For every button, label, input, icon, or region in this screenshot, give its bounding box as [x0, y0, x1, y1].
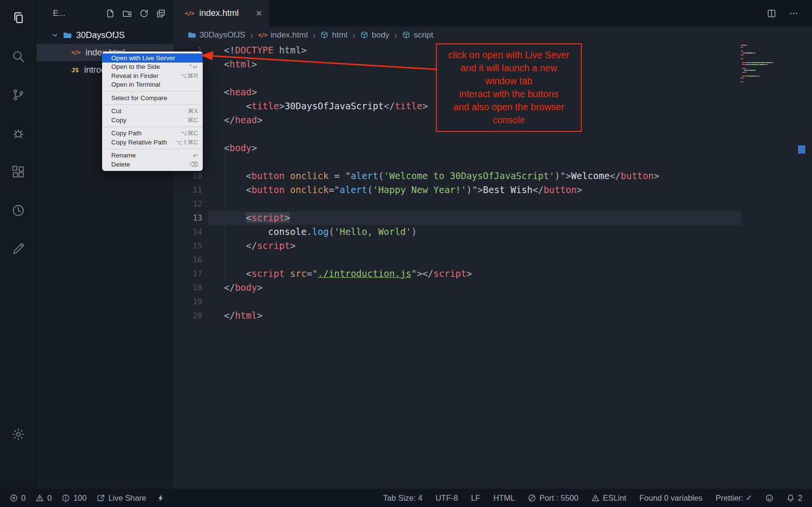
code-line-13[interactable]: 13 <script>: [173, 211, 812, 225]
split-icon: [767, 9, 776, 18]
line-content: [202, 253, 224, 267]
code-line-9[interactable]: 9: [173, 155, 812, 169]
overview-ruler-marker: [798, 145, 805, 154]
status-live-server-port[interactable]: Port : 5500: [528, 494, 578, 503]
live-share-icon: [97, 494, 105, 502]
more-actions-icon[interactable]: [789, 9, 799, 18]
annotation-text-line: and also open the browser: [439, 101, 579, 114]
status-quick-action[interactable]: [157, 494, 165, 502]
code-line-19[interactable]: 19: [173, 295, 812, 309]
code-line-17[interactable]: 17 <script src="./introduction.js"></scr…: [173, 267, 812, 281]
line-content: console.log('Hello, World'): [202, 225, 417, 239]
html-file-icon: </>: [185, 10, 194, 17]
activity-timeline[interactable]: [7, 198, 30, 222]
folder-row-30daysofjs[interactable]: 30DaysOfJS: [37, 26, 173, 44]
refresh-button[interactable]: [139, 9, 149, 18]
line-content: <button onclick="alert('Happy New Year!'…: [202, 183, 582, 197]
status-info[interactable]: 100: [62, 494, 87, 503]
cube-icon: [360, 31, 368, 39]
menu-separator: [102, 91, 203, 91]
breadcrumb-index.html[interactable]: </>index.html: [258, 30, 308, 40]
menu-item[interactable]: Select for Compare: [102, 93, 203, 103]
status-eol[interactable]: LF: [471, 494, 480, 503]
menu-item[interactable]: Rename↩: [102, 151, 203, 160]
menu-item[interactable]: Delete⌫: [102, 160, 203, 169]
line-content: [202, 197, 224, 211]
menu-item[interactable]: Reveal in Finder⌥⌘R: [102, 71, 203, 80]
warning-icon: [591, 494, 600, 502]
refresh-icon: [139, 9, 149, 18]
code-line-11[interactable]: 11 <button onclick="alert('Happy New Yea…: [173, 183, 812, 197]
line-content: [202, 155, 224, 169]
code-line-14[interactable]: 14 console.log('Hello, World'): [173, 225, 812, 239]
menu-item[interactable]: Copy⌘C: [102, 116, 203, 125]
status-feedback-smiley[interactable]: [765, 494, 773, 502]
menu-shortcut: ⌥⌘C: [181, 130, 198, 137]
line-content: <!DOCTYPE html>: [202, 43, 307, 57]
line-content: <body>: [202, 141, 257, 155]
collapse-folders-button[interactable]: [156, 9, 166, 18]
close-icon[interactable]: ×: [256, 8, 262, 19]
info-icon: [62, 494, 70, 502]
activity-source-control[interactable]: [7, 83, 30, 107]
tab-index-html[interactable]: </> index.html ×: [173, 0, 269, 26]
line-number: 13: [173, 211, 202, 225]
menu-item[interactable]: Open to the Side⌃↵: [102, 63, 203, 72]
menu-item[interactable]: Copy Relative Path⌥⇧⌘C: [102, 138, 203, 147]
annotation-text-line: console: [439, 114, 579, 127]
status-language-mode[interactable]: HTML: [493, 494, 515, 503]
code-line-15[interactable]: 15 </script>: [173, 239, 812, 253]
menu-shortcut: ↩: [193, 152, 198, 159]
activity-run-debug[interactable]: [7, 121, 30, 145]
activity-search[interactable]: [7, 44, 30, 68]
activity-explorer[interactable]: [7, 6, 30, 30]
activity-extensions[interactable]: [7, 160, 30, 184]
status-prettier[interactable]: Prettier: ✓: [716, 494, 752, 503]
minimap[interactable]: [741, 45, 790, 83]
menu-shortcut: ⌥⌘R: [181, 72, 198, 79]
code-line-8[interactable]: 8<body>: [173, 141, 812, 155]
menu-separator: [102, 104, 203, 105]
code-line-20[interactable]: 20</html>: [173, 309, 812, 323]
code-line-10[interactable]: 10 <button onclick = "alert('Welcome to …: [173, 169, 812, 183]
breadcrumb-30DaysOfJS[interactable]: 30DaysOfJS: [188, 30, 245, 40]
breadcrumb: 30DaysOfJS›</>index.html›html›body›scrip…: [173, 26, 812, 43]
status-eslint[interactable]: ESLint: [591, 494, 627, 503]
status-live-share[interactable]: Live Share: [97, 494, 146, 503]
split-editor-icon[interactable]: [767, 9, 776, 18]
menu-shortcut: ⌥⇧⌘C: [176, 139, 198, 146]
code-line-18[interactable]: 18</body>: [173, 281, 812, 295]
status-warnings[interactable]: 0: [36, 494, 52, 503]
cube-icon: [402, 31, 410, 39]
context-menu: Open with Live ServerOpen to the Side⌃↵R…: [102, 52, 203, 171]
activity-feedback[interactable]: [7, 237, 30, 261]
menu-item[interactable]: Open in Terminal: [102, 80, 203, 90]
activity-settings[interactable]: [7, 422, 30, 446]
line-content: <html>: [202, 57, 257, 71]
breadcrumb-html[interactable]: html: [320, 30, 347, 40]
line-number: 16: [173, 253, 202, 267]
smiley-icon: [765, 494, 773, 502]
status-errors[interactable]: 0: [10, 494, 26, 503]
tab-label: index.html: [199, 8, 239, 18]
status-variables[interactable]: Found 0 variables: [639, 494, 702, 503]
line-content: </head>: [202, 113, 262, 127]
new-file-button[interactable]: [105, 9, 115, 18]
menu-item[interactable]: Open with Live Server: [102, 53, 203, 63]
code-line-16[interactable]: 16: [173, 253, 812, 267]
annotation-text-line: interact with the buttons: [439, 88, 579, 101]
status-notifications[interactable]: 2: [786, 494, 802, 503]
menu-item[interactable]: Copy Path⌥⌘C: [102, 129, 203, 138]
new-folder-icon: [122, 9, 132, 18]
menu-item[interactable]: Cut⌘X: [102, 107, 203, 116]
new-folder-button[interactable]: [122, 9, 132, 18]
breadcrumb-body[interactable]: body: [360, 30, 390, 40]
breadcrumb-script[interactable]: script: [402, 30, 433, 40]
breadcrumb-separator: ›: [313, 30, 315, 40]
status-encoding[interactable]: UTF-8: [435, 494, 458, 503]
vscode-window: E... 30DaysOfJS </>index.htmlJSintroduct…: [0, 0, 812, 507]
html-file-icon: </>: [71, 49, 80, 56]
breadcrumb-separator: ›: [250, 30, 253, 40]
status-tab-size[interactable]: Tab Size: 4: [383, 494, 423, 503]
code-line-12[interactable]: 12: [173, 197, 812, 211]
